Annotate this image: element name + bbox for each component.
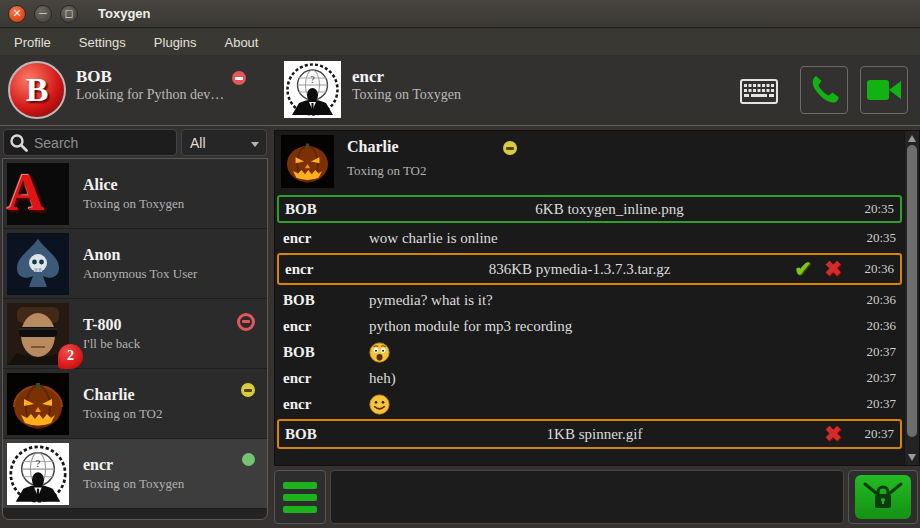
file-transfer-label: 1KB spinner.gif xyxy=(371,426,818,443)
contact-row-alice[interactable]: A Alice Toxing on Toxygen xyxy=(3,159,267,229)
window-title: Toxygen xyxy=(98,6,151,21)
hamburger-icon xyxy=(283,482,317,489)
self-status-message[interactable]: Looking for Python dev… xyxy=(76,87,224,103)
decline-file-icon[interactable]: ✖ xyxy=(818,259,848,280)
message-row: encr wow charlie is online 20:35 xyxy=(277,225,902,251)
contact-status-message: I'll be back xyxy=(83,336,140,352)
message-time: 20:37 xyxy=(848,426,894,442)
contact-name: Alice xyxy=(83,176,184,194)
message-text: pymedia? what is it? xyxy=(369,292,850,309)
message-input[interactable] xyxy=(330,470,844,524)
phone-icon xyxy=(807,73,841,107)
file-transfer-label: 836KB pymedia-1.3.7.3.tar.gz xyxy=(371,261,788,278)
video-call-button[interactable] xyxy=(860,66,908,114)
message-sender: encr xyxy=(283,230,369,247)
menu-profile[interactable]: Profile xyxy=(0,31,65,54)
message-sender: BOB xyxy=(283,292,369,309)
message-sender: encr xyxy=(283,396,369,413)
chat-peer-header: Charlie Toxing on TO2 xyxy=(275,131,904,191)
message-row: encr heh) 20:37 xyxy=(277,365,902,391)
search-input[interactable] xyxy=(34,135,164,151)
contact-name: encr xyxy=(83,456,184,474)
chevron-down-icon xyxy=(251,142,259,147)
alice-avatar: A xyxy=(7,163,69,225)
contact-status-message: Anonymous Tox User xyxy=(83,266,197,282)
message-text: heh) xyxy=(369,370,850,387)
peer-avatar: ? xyxy=(284,61,341,118)
pumpkin-avatar xyxy=(7,373,69,435)
contact-filter-value: All xyxy=(190,135,206,151)
anon-avatar xyxy=(7,233,69,295)
anonymous-logo-icon: ? xyxy=(284,61,341,118)
keyboard-icon xyxy=(740,79,778,104)
message-time: 20:37 xyxy=(850,344,896,360)
video-camera-icon xyxy=(866,77,902,103)
message-time: 20:36 xyxy=(850,292,896,308)
contact-row-charlie[interactable]: Charlie Toxing on TO2 xyxy=(3,369,267,439)
chat-peer-name: Charlie xyxy=(347,138,399,156)
encr-avatar: ? xyxy=(7,443,69,505)
file-transfer-label: 6KB toxygen_inline.png xyxy=(371,201,848,218)
contact-name: T-800 xyxy=(83,316,140,334)
screen-keyboard-button[interactable] xyxy=(740,79,778,108)
contact-name: Anon xyxy=(83,246,197,264)
menubar: Profile Settings Plugins About xyxy=(0,29,920,55)
titlebar: ✕ ─ ◻ Toxygen xyxy=(0,0,920,28)
attachment-menu-button[interactable] xyxy=(274,470,326,524)
message-smiley xyxy=(369,342,850,363)
contact-status-message: Toxing on TO2 xyxy=(83,406,163,422)
decline-file-icon[interactable]: ✖ xyxy=(818,424,848,445)
send-message-button[interactable] xyxy=(855,475,911,519)
unread-count-badge: 2 xyxy=(58,344,83,369)
message-time: 20:37 xyxy=(850,396,896,412)
contact-status-message: Toxing on Toxygen xyxy=(83,196,184,212)
menu-about[interactable]: About xyxy=(210,31,272,54)
contact-row-t800[interactable]: 2 T-800 I'll be back xyxy=(3,299,267,369)
accept-file-icon[interactable]: ✔ xyxy=(788,259,818,280)
menu-settings[interactable]: Settings xyxy=(65,31,140,54)
message-row: BOB 20:37 xyxy=(277,339,902,365)
peer-status-message: Toxing on Toxygen xyxy=(352,87,461,103)
audio-call-button[interactable] xyxy=(800,66,848,114)
file-transfer-row: BOB 6KB toxygen_inline.png 20:35 xyxy=(277,195,902,223)
scroll-up-arrow-icon[interactable] xyxy=(908,135,916,142)
message-sender: encr xyxy=(285,261,371,278)
message-row: encr python module for mp3 recording 20:… xyxy=(277,313,902,339)
file-transfer-row: BOB 1KB spinner.gif ✖ 20:37 xyxy=(277,419,902,449)
message-row: BOB pymedia? what is it? 20:36 xyxy=(277,287,902,313)
self-name[interactable]: BOB xyxy=(76,67,224,87)
message-time: 20:35 xyxy=(848,201,894,217)
send-button-container xyxy=(848,470,918,524)
self-avatar[interactable]: B xyxy=(8,61,66,119)
away-status-icon xyxy=(503,141,517,155)
message-sender: encr xyxy=(283,318,369,335)
file-transfer-row: encr 836KB pymedia-1.3.7.3.tar.gz ✔ ✖ 20… xyxy=(277,253,902,285)
scrollbar-thumb[interactable] xyxy=(907,145,917,437)
header: B BOB Looking for Python dev… ? encr Tox… xyxy=(0,55,920,126)
encrypted-send-icon xyxy=(861,480,905,514)
scroll-down-arrow-icon[interactable] xyxy=(908,454,916,461)
window-close-button[interactable]: ✕ xyxy=(8,5,26,23)
message-time: 20:37 xyxy=(850,370,896,386)
search-box[interactable] xyxy=(3,129,177,156)
contact-filter-dropdown[interactable]: All xyxy=(181,129,267,156)
chat-scrollbar[interactable] xyxy=(904,131,919,465)
message-time: 20:36 xyxy=(848,261,894,277)
self-busy-status-icon[interactable] xyxy=(232,71,246,85)
message-sender: encr xyxy=(283,370,369,387)
message-text: python module for mp3 recording xyxy=(369,318,850,335)
chat-history: Charlie Toxing on TO2 BOB 6KB toxygen_in… xyxy=(274,130,920,466)
menu-plugins[interactable]: Plugins xyxy=(140,31,211,54)
message-sender: BOB xyxy=(283,344,369,361)
contact-list: A Alice Toxing on Toxygen Anon Anonymous… xyxy=(2,158,268,520)
contact-status-message: Toxing on Toxygen xyxy=(83,476,184,492)
window-maximize-button[interactable]: ◻ xyxy=(60,5,78,23)
window-minimize-button[interactable]: ─ xyxy=(34,5,52,23)
message-smiley xyxy=(369,394,850,415)
contact-row-anon[interactable]: Anon Anonymous Tox User xyxy=(3,229,267,299)
contact-name: Charlie xyxy=(83,386,163,404)
away-status-icon xyxy=(241,383,255,397)
online-status-icon xyxy=(242,453,255,466)
message-sender: BOB xyxy=(285,426,371,443)
contact-row-encr[interactable]: ? encr Toxing on Toxygen xyxy=(3,439,267,509)
